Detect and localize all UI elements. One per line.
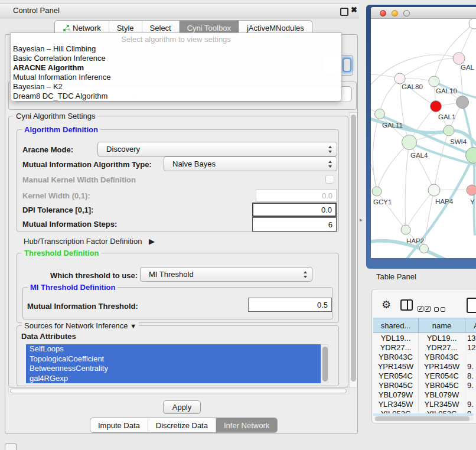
popup-item-mutual-information[interactable]: Mutual Information Inference [13,73,110,82]
popup-item-aracne[interactable]: ARACNE Algorithm [13,63,84,73]
attribute-betweennesscentrality[interactable]: BetweennessCentrality [26,364,328,374]
which-threshold-combo[interactable]: MI Threshold [140,267,312,282]
node-label: GAL4 [410,152,428,159]
apply-button[interactable]: Apply [163,400,201,414]
manual-kernel-checkbox[interactable] [325,175,334,184]
network-node[interactable] [453,53,465,64]
node-label: GAL11 [382,122,403,129]
table-row[interactable]: YLR345W YLR345W 9. [373,399,476,409]
gear-icon[interactable]: ⚙ [382,298,391,311]
tab-infer-network-label: Infer Network [224,421,269,430]
network-window-titlebar[interactable] [371,7,476,19]
sources-group-title[interactable]: Sources for Network Inference ▼ [22,321,139,330]
deselect-all-icon[interactable] [434,304,445,314]
control-panel-title: Control Panel [13,6,60,15]
network-node-gal11[interactable] [375,109,385,119]
network-node-swi4[interactable] [444,125,454,136]
node-label: GAL10 [436,87,457,94]
settings-vscroll-thumb[interactable] [351,115,356,381]
table-hscroll-thumb[interactable] [375,416,470,421]
table-horizontal-scrollbar[interactable] [374,416,474,421]
aracne-mode-combo[interactable]: Discovery [97,142,337,156]
kernel-width-field[interactable]: 0.0 [256,189,337,202]
network-node-gcy1[interactable] [372,187,382,196]
network-node-gal10[interactable] [429,76,439,87]
mi-type-combo[interactable]: Naive Bayes [164,156,337,171]
cell: YLR345W [373,399,419,409]
attributes-list-scrollbar[interactable] [321,344,328,383]
mi-steps-field[interactable]: 6 [252,217,337,231]
settings-vertical-scrollbar[interactable] [349,112,357,388]
hub-definition-label: Hub/Transcription Factor Definition [24,237,142,246]
table-row[interactable]: YDL19... YDL19... 13 [373,333,476,343]
popup-item-bayesian-k2[interactable]: Bayesian – K2 [13,82,63,92]
network-node[interactable] [420,244,429,253]
cell: YBR045C [419,380,465,390]
attribute-topologicalcoefficient[interactable]: TopologicalCoefficient [26,354,328,364]
threshold-definition-title: Threshold Definition [22,249,101,257]
data-attributes-list[interactable]: SelfLoops TopologicalCoefficient Between… [26,344,328,383]
cell: YIL053C [419,409,465,413]
tab-discretize-data[interactable]: Discretize Data [148,418,216,432]
tab-impute-data[interactable]: Impute Data [90,418,148,432]
control-panel-titlebar: Control Panel ✖ [0,3,359,18]
table-row[interactable]: YDR27... YDR27... 12 [373,343,476,352]
node-label: Y [470,198,475,206]
selected-row-sliver [373,413,474,416]
table-row-partial[interactable]: YIL053C YIL053C 9. [373,409,474,413]
attribute-gal4rgexp[interactable]: gal4RGexp [26,374,328,384]
settings-horizontal-scrollbar[interactable] [8,387,349,394]
cell: YDR27... [373,343,419,352]
hub-definition-toggle[interactable]: Hub/Transcription Factor Definition ▶ [24,237,155,246]
network-node-hap2[interactable] [401,225,410,234]
column-view-icon[interactable] [400,299,413,311]
popup-item-dream8[interactable]: Dream8 DC_TDC Algorithm [13,92,107,101]
column-header-name[interactable]: name [419,318,465,333]
table-document-icon[interactable] [467,298,476,313]
table-row[interactable]: YBR045C YBR045C 9. [373,380,476,390]
network-nodes[interactable] [372,19,476,253]
network-node-gal80[interactable] [395,73,405,84]
network-node-red-gal1[interactable] [431,101,442,112]
select-all-icon[interactable]: ✓✓ [418,302,431,313]
traffic-light-minimize-icon[interactable] [392,10,398,17]
traffic-light-close-icon[interactable] [380,10,386,17]
network-node-salmon[interactable] [467,185,476,195]
node-label: GAL1 [438,113,455,120]
network-node[interactable] [469,19,476,29]
attributes-scrollbar-thumb[interactable] [322,347,328,381]
mi-threshold-field[interactable]: 0.5 [248,298,332,312]
network-node[interactable] [466,148,476,164]
tab-impute-data-label: Impute Data [98,421,140,430]
table-panel-title: Table Panel [376,272,416,281]
attribute-selfloops[interactable]: SelfLoops [26,344,328,354]
table-row[interactable]: YER054C YER054C 8. [373,371,476,380]
traffic-light-zoom-icon[interactable] [403,10,410,17]
tab-infer-network[interactable]: Infer Network [216,418,277,432]
table-row[interactable]: YBR043C YBR043C [373,352,476,361]
node-label: GCY1 [373,198,392,206]
network-node-hap4[interactable] [428,184,440,196]
cell: YER054C [419,371,465,380]
tab-discretize-data-label: Discretize Data [156,421,208,430]
sources-title-label: Sources for Network Inference [24,321,128,330]
mi-type-value: Naive Bayes [172,159,216,168]
focused-combo-button[interactable] [343,58,351,72]
network-node-gal4[interactable] [402,135,417,150]
cell: YPR145W [419,361,465,371]
close-icon[interactable]: ✖ [351,5,357,14]
network-node-labels: GAL GAL80 GAL10 GAL1 GAL11 SWI4 GAL4 GCY… [373,64,475,244]
manual-kernel-label: Manual Kernel Width Definition [22,175,136,184]
popup-item-basic-correlation[interactable]: Basic Correlation Inference [13,54,106,63]
settings-hscroll-thumb[interactable] [10,389,347,393]
dpi-tolerance-field[interactable]: 0.0 [252,203,337,217]
float-window-icon[interactable] [340,8,348,16]
column-header-partial[interactable]: A [465,318,476,333]
column-header-shared-name[interactable]: shared... [373,318,419,333]
network-node-gray[interactable] [457,96,469,109]
table-row[interactable]: YBL079W YBL079W [373,390,476,399]
popup-item-bayesian-hill-climbing[interactable]: Bayesian – Hill Climbing [13,44,96,54]
network-canvas[interactable]: GAL GAL80 GAL10 GAL1 GAL11 SWI4 GAL4 GCY… [371,19,476,258]
table-row[interactable]: YPR145W YPR145W 9. [373,361,476,371]
collapsed-panel-button[interactable] [5,444,17,450]
